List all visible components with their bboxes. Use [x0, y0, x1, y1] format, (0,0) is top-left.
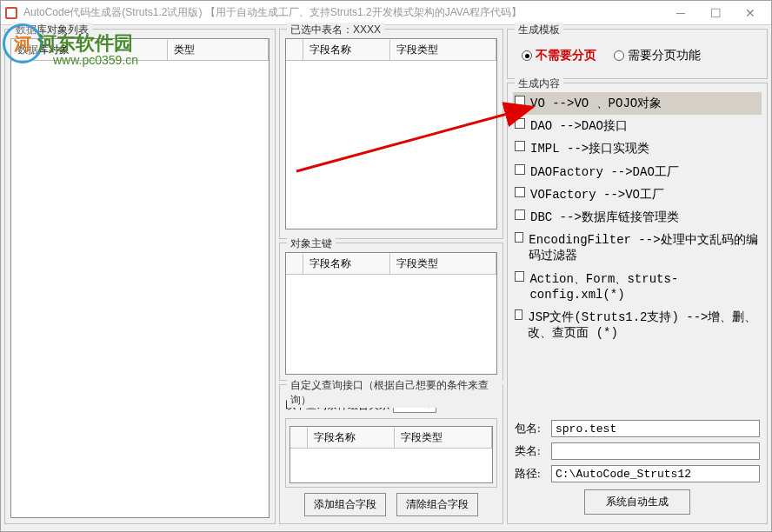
col-check[interactable]	[286, 39, 303, 60]
col-fieldtype[interactable]: 字段类型	[395, 427, 492, 448]
app-icon	[4, 6, 18, 20]
check-daofactory[interactable]: DAOFactory -->DAO工厂	[513, 161, 762, 183]
selected-table-group: 已选中表名：XXXX 字段名称 字段类型	[279, 29, 503, 239]
checkbox-icon	[515, 309, 522, 320]
classname-row: 类名:	[515, 442, 760, 460]
package-row: 包名:	[515, 420, 760, 437]
table-header: 字段名称 字段类型	[286, 253, 496, 275]
check-vo[interactable]: VO -->VO 、POJO对象	[513, 92, 762, 115]
generate-button[interactable]: 系统自动生成	[584, 489, 690, 515]
radio-paging[interactable]: 需要分页功能	[614, 48, 701, 63]
col-fieldtype[interactable]: 字段类型	[390, 253, 496, 274]
fields-table[interactable]: 字段名称 字段类型	[285, 38, 497, 229]
combo-buttons: 添加组合字段 清除组合字段	[285, 488, 497, 518]
combo-fields-table-wrap: 字段名称 字段类型	[285, 418, 497, 488]
checkbox-icon	[515, 96, 525, 106]
checkbox-icon	[515, 271, 524, 282]
path-label: 路径:	[515, 466, 548, 482]
check-action-form[interactable]: Action、Form、struts-config.xml(*)	[513, 268, 762, 306]
content-area: 数据库对象列表 数据库对象 类型 已选中表名：XXXX 字段名称 字段类型	[1, 25, 771, 531]
maximize-button[interactable]: ☐	[698, 1, 733, 25]
app-window: AutoCode代码生成器(Struts1.2试用版) 【用于自动生成工厂、支持…	[0, 0, 772, 532]
db-objects-title: 数据库对象列表	[12, 23, 92, 37]
check-vofactory[interactable]: VOFactory -->VO工厂	[513, 183, 762, 206]
col-check[interactable]	[290, 427, 308, 448]
checkbox-icon	[515, 232, 523, 243]
svg-rect-1	[7, 9, 16, 17]
check-impl[interactable]: IMPL -->接口实现类	[513, 137, 762, 160]
gen-content-group: 生成内容 VO -->VO 、POJO对象 DAO -->DAO接口 IMPL …	[507, 83, 768, 524]
radio-icon	[614, 50, 624, 61]
right-column: 生成模板 不需要分页 需要分页功能 生成内容 VO -->VO 、POJO对象 …	[507, 29, 768, 528]
col-fieldname[interactable]: 字段名称	[303, 39, 390, 60]
gen-content-title: 生成内容	[515, 76, 563, 91]
check-dao[interactable]: DAO -->DAO接口	[513, 115, 762, 137]
clear-combo-button[interactable]: 清除组合字段	[396, 493, 478, 516]
radio-icon	[522, 50, 532, 61]
middle-column: 已选中表名：XXXX 字段名称 字段类型 对象主键 字段名称 字段类型	[279, 29, 503, 528]
add-combo-button[interactable]: 添加组合字段	[304, 493, 386, 516]
checkbox-icon	[515, 187, 525, 197]
db-objects-table[interactable]: 数据库对象 类型	[10, 38, 270, 518]
pk-title: 对象主键	[287, 236, 336, 251]
checkbox-icon	[515, 141, 525, 151]
col-fieldname[interactable]: 字段名称	[303, 253, 390, 274]
checkbox-icon	[515, 118, 525, 129]
template-group: 生成模板 不需要分页 需要分页功能	[507, 29, 768, 79]
titlebar: AutoCode代码生成器(Struts1.2试用版) 【用于自动生成工厂、支持…	[1, 1, 771, 25]
template-title: 生成模板	[515, 23, 563, 37]
classname-input[interactable]	[551, 442, 760, 460]
close-button[interactable]: ✕	[733, 1, 768, 25]
custom-query-group: 自定义查询接口（根据自己想要的条件来查询） 以下查询条件组合关系 字段名称 字段…	[279, 384, 503, 524]
left-column: 数据库对象列表 数据库对象 类型	[4, 29, 276, 528]
db-col-object[interactable]: 数据库对象	[11, 39, 168, 60]
radio-no-paging[interactable]: 不需要分页	[522, 48, 596, 63]
package-label: 包名:	[515, 421, 548, 436]
checkbox-icon	[515, 164, 525, 175]
table-header: 字段名称 字段类型	[286, 39, 496, 61]
custom-query-title: 自定义查询接口（根据自己想要的条件来查询）	[287, 378, 502, 408]
path-row: 路径:	[515, 465, 760, 482]
combo-fields-table[interactable]: 字段名称 字段类型	[290, 426, 493, 483]
pk-group: 对象主键 字段名称 字段类型	[279, 243, 503, 381]
col-check[interactable]	[286, 253, 303, 274]
col-fieldname[interactable]: 字段名称	[308, 427, 395, 448]
table-header: 数据库对象 类型	[11, 39, 269, 61]
check-encodingfilter[interactable]: EncodingFilter -->处理中文乱码的编码过滤器	[513, 229, 762, 267]
pk-table[interactable]: 字段名称 字段类型	[285, 252, 497, 375]
selected-table-title: 已选中表名：XXXX	[287, 23, 384, 37]
db-objects-group: 数据库对象列表 数据库对象 类型	[4, 29, 276, 524]
window-title: AutoCode代码生成器(Struts1.2试用版) 【用于自动生成工厂、支持…	[23, 5, 663, 20]
path-input[interactable]	[551, 465, 760, 482]
checkbox-icon	[515, 209, 525, 220]
db-col-type[interactable]: 类型	[168, 39, 269, 60]
package-input[interactable]	[551, 420, 760, 437]
col-fieldtype[interactable]: 字段类型	[390, 39, 496, 60]
table-header: 字段名称 字段类型	[290, 427, 492, 449]
check-dbc[interactable]: DBC -->数据库链接管理类	[513, 206, 762, 229]
classname-label: 类名:	[515, 443, 548, 459]
minimize-button[interactable]: ─	[663, 1, 698, 25]
check-jsp[interactable]: JSP文件(Struts1.2支持) -->增、删、改、查页面 (*)	[513, 306, 762, 344]
